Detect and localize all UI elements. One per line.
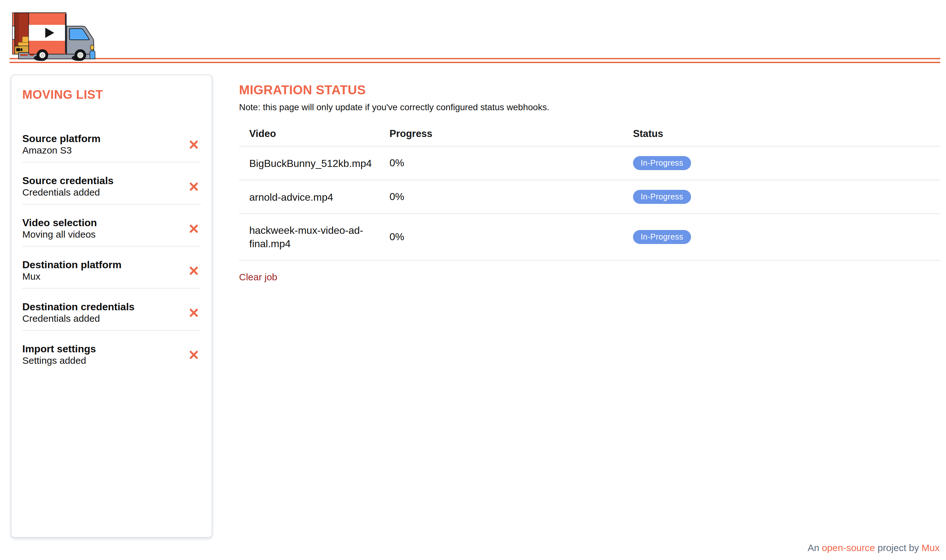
mux-link[interactable]: Mux [921, 542, 940, 553]
x-icon [190, 266, 198, 275]
sidebar-item-destination-platform: Destination platform Mux [22, 246, 201, 288]
header-divider-line-bottom [9, 62, 940, 63]
table-row: arnold-advice.mp4 0% In-Progress [239, 180, 940, 214]
item-title: Video selection [22, 217, 97, 229]
x-icon [190, 182, 198, 191]
status-cell: In-Progress [633, 190, 940, 204]
item-value: Credentials added [22, 187, 114, 198]
item-value: Settings added [22, 355, 96, 366]
progress-cell: 0% [390, 157, 633, 169]
status-badge: In-Progress [633, 230, 691, 244]
progress-cell: 0% [390, 191, 633, 203]
sidebar-item-video-selection: Video selection Moving all videos [22, 204, 201, 246]
table-header-row: Video Progress Status [239, 121, 940, 146]
remove-destination-platform-button[interactable] [188, 265, 200, 277]
remove-source-credentials-button[interactable] [188, 181, 200, 192]
column-header-status: Status [633, 128, 940, 139]
remove-destination-credentials-button[interactable] [188, 307, 200, 318]
migration-status-section: MIGRATION STATUS Note: this page will on… [239, 83, 940, 283]
table-row: BigBuckBunny_512kb.mp4 0% In-Progress [239, 146, 940, 180]
status-cell: In-Progress [633, 230, 940, 244]
sidebar-item-source-credentials: Source credentials Credentials added [22, 162, 201, 204]
x-icon [190, 351, 198, 359]
remove-import-settings-button[interactable] [188, 349, 200, 361]
clear-job-link[interactable]: Clear job [239, 271, 277, 282]
migration-status-title: MIGRATION STATUS [239, 83, 940, 97]
item-value: Credentials added [22, 313, 134, 324]
item-title: Source credentials [22, 175, 114, 187]
x-icon [190, 224, 198, 233]
column-header-video: Video [249, 128, 390, 139]
sidebar-item-destination-credentials: Destination credentials Credentials adde… [22, 288, 201, 330]
item-title: Destination platform [22, 259, 122, 271]
page: MOVING LIST Source platform Amazon S3 So… [0, 0, 946, 560]
item-title: Destination credentials [22, 302, 134, 313]
item-value: Moving all videos [22, 229, 97, 240]
remove-source-platform-button[interactable] [188, 139, 200, 150]
x-icon [190, 140, 198, 149]
moving-list-title: MOVING LIST [22, 88, 201, 102]
open-source-link[interactable]: open-source [822, 542, 875, 553]
footer-text-middle: project by [877, 542, 919, 553]
video-cell: BigBuckBunny_512kb.mp4 [249, 156, 367, 170]
footer-credit: Anopen-sourceproject byMux [808, 542, 940, 553]
item-title: Source platform [22, 133, 100, 145]
webhooks-note: Note: this page will only update if you'… [239, 102, 940, 112]
item-value: Amazon S3 [22, 145, 100, 156]
table-row: hackweek-mux-video-ad-final.mp4 0% In-Pr… [239, 214, 940, 261]
status-badge: In-Progress [633, 190, 691, 204]
status-cell: In-Progress [633, 156, 940, 170]
sidebar-item-source-platform: Source platform Amazon S3 [22, 120, 201, 162]
moving-truck-logo[interactable] [9, 6, 102, 62]
status-badge: In-Progress [633, 156, 691, 170]
video-cell: arnold-advice.mp4 [249, 190, 367, 203]
sidebar-item-import-settings: Import settings Settings added [22, 330, 201, 372]
item-value: Mux [22, 271, 122, 282]
footer-text-prefix: An [808, 542, 820, 553]
header-divider-line-top [9, 58, 940, 59]
item-title: Import settings [22, 343, 96, 355]
video-cell: hackweek-mux-video-ad-final.mp4 [249, 224, 367, 250]
moving-list-card: MOVING LIST Source platform Amazon S3 So… [11, 75, 212, 538]
column-header-progress: Progress [390, 128, 633, 139]
x-icon [190, 308, 198, 317]
migration-table: Video Progress Status BigBuckBunny_512kb… [239, 121, 940, 261]
remove-video-selection-button[interactable] [188, 223, 200, 234]
progress-cell: 0% [390, 231, 633, 243]
